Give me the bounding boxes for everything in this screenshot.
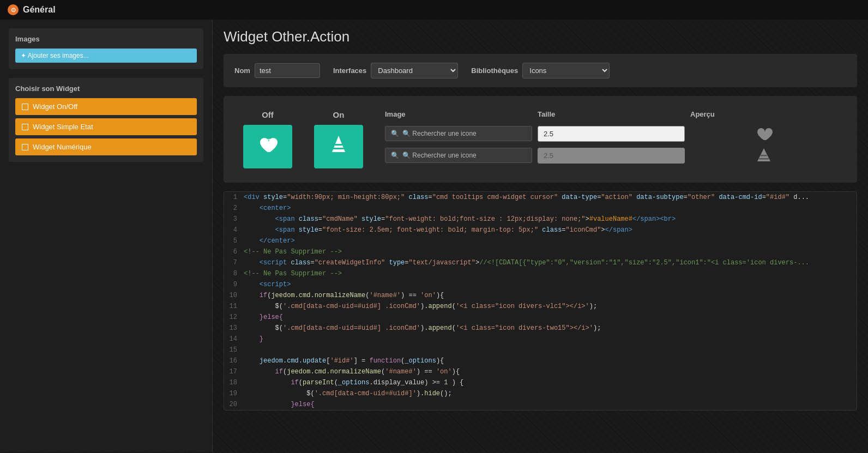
code-line-16: 16 jeedom.cmd.update['#id#'] = function(… [224, 355, 857, 366]
image-header-label: Image [385, 110, 532, 118]
code-line-10: 10 if(jeedom.cmd.normalizeName('#name#')… [224, 290, 857, 301]
code-line-11: 11 $('.cmd[data-cmd-uid=#uid#] .iconCmd'… [224, 301, 857, 312]
line-content-2: <center> [244, 204, 291, 213]
line-content-5: </center> [244, 237, 295, 245]
widget-state-on: On [303, 105, 374, 174]
interfaces-select[interactable]: Dashboard Mobile All [371, 63, 458, 78]
app-icon: ⊙ [8, 4, 19, 15]
image-row-1: 🔍 🔍 Rechercher une icone [385, 125, 837, 142]
svg-rect-1 [333, 148, 344, 149]
code-line-18: 18 if(parseInt(_options.display_value) >… [224, 377, 857, 388]
bibliotheques-label: Bibliothèques [471, 67, 518, 75]
line-num-8: 8 [224, 269, 244, 278]
line-num-11: 11 [224, 302, 244, 311]
widget-numerique-checkbox [22, 144, 28, 150]
search-icon-label-2: 🔍 Rechercher une icone [402, 152, 477, 159]
line-num-17: 17 [224, 367, 244, 376]
code-line-7: 7 <script class="createWidgetInfo" type=… [224, 257, 857, 268]
widget-on-off-button[interactable]: Widget On/Off [15, 98, 197, 115]
search-icon-label-1: 🔍 Rechercher une icone [402, 130, 477, 137]
image-config-header: Image Taille Aperçu [385, 110, 837, 118]
line-num-15: 15 [224, 346, 244, 354]
line-num-1: 1 [224, 193, 244, 202]
widget-section-title: Choisir son Widget [15, 84, 197, 93]
taille-header-label: Taille [538, 110, 685, 118]
nom-label: Nom [234, 67, 250, 75]
line-num-18: 18 [224, 378, 244, 387]
on-label: On [314, 110, 363, 119]
nom-group: Nom [234, 63, 320, 78]
image-config: Image Taille Aperçu 🔍 🔍 Rechercher une i… [374, 105, 848, 174]
code-line-4: 4 <span style="font-size: 2.5em; font-we… [224, 225, 857, 235]
line-num-3: 3 [224, 215, 244, 224]
main-layout: Images ✦ Ajouter ses images... Choisir s… [0, 20, 868, 452]
code-line-6: 6 <!-- Ne Pas Supprimer --> [224, 246, 857, 257]
line-num-13: 13 [224, 324, 244, 333]
widget-tile-on [314, 125, 363, 168]
search-icon-flag-2: 🔍 [391, 152, 399, 159]
widget-preview-area: Off On [224, 96, 857, 183]
image-row-2: 🔍 🔍 Rechercher une icone [385, 147, 837, 164]
apercu-icon-2 [690, 147, 837, 164]
search-icon-btn-2[interactable]: 🔍 🔍 Rechercher une icone [385, 148, 532, 163]
line-num-4: 4 [224, 226, 244, 234]
line-content-12: }else{ [244, 313, 283, 322]
line-num-7: 7 [224, 258, 244, 267]
widget-numerique-button[interactable]: Widget Numérique [15, 138, 197, 155]
search-icon-btn-1[interactable]: 🔍 🔍 Rechercher une icone [385, 126, 532, 141]
code-line-13: 13 $('.cmd[data-cmd-uid=#uid#] .iconCmd'… [224, 323, 857, 334]
line-num-9: 9 [224, 280, 244, 289]
line-content-19: $('.cmd[data-cmd-uid=#uid#]').hide(); [244, 389, 452, 398]
code-line-9: 9 <script> [224, 279, 857, 290]
search-icon-flag-1: 🔍 [391, 130, 399, 137]
code-line-20: 20 }else{ [224, 399, 857, 410]
svg-rect-2 [335, 144, 342, 146]
widget-simple-etat-checkbox [22, 124, 28, 130]
line-num-2: 2 [224, 204, 244, 213]
line-num-16: 16 [224, 357, 244, 365]
app-title: Général [23, 5, 56, 15]
interfaces-group: Interfaces Dashboard Mobile All [333, 63, 458, 78]
apercu-icon-1 [690, 125, 837, 142]
code-line-19: 19 $('.cmd[data-cmd-uid=#uid#]').hide(); [224, 388, 857, 399]
line-content-10: if(jeedom.cmd.normalizeName('#name#') ==… [244, 291, 444, 300]
add-images-button[interactable]: ✦ Ajouter ses images... [15, 49, 197, 63]
code-line-2: 2 <center> [224, 203, 857, 214]
line-num-20: 20 [224, 400, 244, 409]
widget-numerique-label: Widget Numérique [33, 143, 92, 151]
on-icon [328, 134, 349, 160]
line-content-18: if(parseInt(_options.display_value) >= 1… [244, 378, 463, 387]
widget-simple-etat-button[interactable]: Widget Simple Etat [15, 118, 197, 135]
code-line-17: 17 if(jeedom.cmd.normalizeName('#name#')… [224, 366, 857, 377]
line-content-3: <span class="cmdName" style="font-weight… [244, 215, 676, 224]
apercu-header-label: Aperçu [690, 110, 837, 118]
size-input-1[interactable] [538, 126, 685, 142]
line-content-16: jeedom.cmd.update['#id#'] = function(_op… [244, 357, 444, 365]
off-label: Off [243, 110, 292, 119]
code-line-15: 15 [224, 345, 857, 355]
add-images-label: ✦ Ajouter ses images... [21, 52, 89, 59]
svg-rect-5 [761, 155, 767, 156]
code-line-12: 12 }else{ [224, 312, 857, 323]
line-content-7: <script class="createWidgetInfo" type="t… [244, 258, 809, 267]
code-line-5: 5 </center> [224, 235, 857, 246]
code-editor: 1 <div style="width:90px; min-height:80p… [224, 191, 857, 410]
widget-on-off-checkbox [22, 104, 28, 110]
widget-tile-off [243, 125, 292, 168]
line-content-13: $('.cmd[data-cmd-uid=#uid#] .iconCmd').a… [244, 324, 601, 333]
sidebar: Images ✦ Ajouter ses images... Choisir s… [0, 20, 213, 452]
code-line-14: 14 } [224, 334, 857, 345]
line-content-1: <div style="width:90px; min-height:80px;… [244, 193, 809, 202]
code-line-3: 3 <span class="cmdName" style="font-weig… [224, 214, 857, 225]
line-content-9: <script> [244, 280, 291, 289]
line-num-12: 12 [224, 313, 244, 322]
line-content-8: <!-- Ne Pas Supprimer --> [244, 269, 342, 278]
line-content-17: if(jeedom.cmd.normalizeName('#name#') ==… [244, 367, 460, 376]
bibliotheques-select[interactable]: Icons Font Awesome Custom [522, 63, 610, 78]
line-content-4: <span style="font-size: 2.5em; font-weig… [244, 226, 632, 234]
nom-input[interactable] [255, 63, 320, 78]
header: ⊙ Général [0, 0, 868, 20]
line-content-20: }else{ [244, 400, 315, 409]
line-num-6: 6 [224, 247, 244, 256]
size-input-2[interactable] [538, 148, 685, 164]
